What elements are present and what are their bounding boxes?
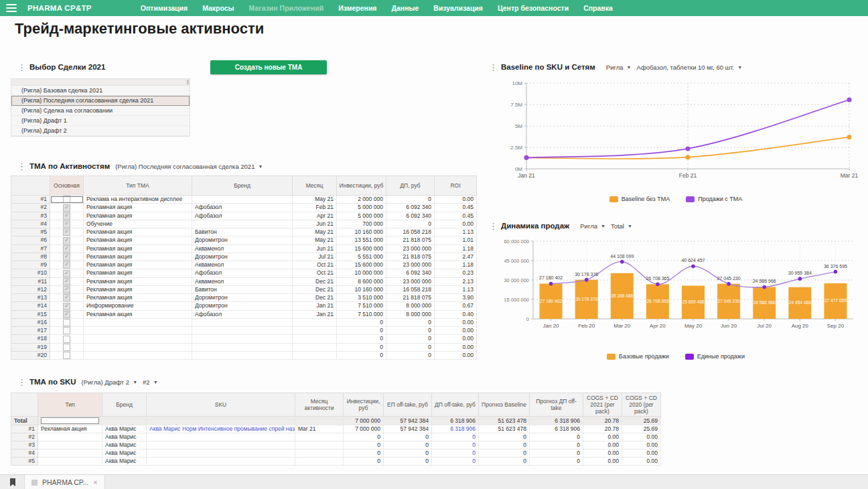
row-header[interactable]: #14 (11, 302, 50, 310)
kebab-menu-icon[interactable]: ⋮ (17, 162, 24, 171)
dp-cell[interactable]: 23 000 000 (386, 244, 435, 253)
menu-item[interactable]: Данные (384, 4, 427, 12)
checkbox-cell[interactable]: ✓ (50, 277, 84, 285)
invest-cell[interactable]: 7 510 000 (337, 310, 386, 318)
month-cell[interactable]: Jan 21 (293, 310, 337, 318)
roi-cell[interactable]: 1.13 (435, 228, 477, 236)
cogs-2021-cell[interactable]: 20.78 (583, 425, 622, 433)
roi-cell[interactable]: 0.00 (435, 343, 477, 351)
checkbox-cell[interactable] (50, 196, 84, 204)
ep-offtake-cell[interactable]: 0 (384, 458, 432, 466)
tma-type-cell[interactable]: Рекламная акция (84, 212, 192, 220)
dp-cell[interactable]: 8 000 000 (386, 310, 435, 318)
brand-cell[interactable] (192, 343, 293, 351)
month-cell[interactable] (293, 327, 337, 335)
row-header[interactable]: #19 (11, 343, 50, 351)
dp-forecast-cell[interactable]: 6 318 906 (530, 425, 583, 433)
row-checkbox[interactable]: ✓ (63, 245, 70, 253)
tma-type-cell[interactable]: Обучение (84, 220, 192, 228)
row-checkbox[interactable]: ✓ (63, 228, 70, 236)
brand-cell[interactable]: Доромитрон (192, 302, 293, 310)
row-checkbox[interactable]: ✓ (63, 311, 70, 318)
menu-item[interactable]: Измерения (331, 4, 384, 12)
cogs-2020-cell[interactable]: 25.69 (622, 425, 661, 433)
roi-cell[interactable]: 0.00 (435, 351, 477, 359)
month-cell[interactable]: Dec 21 (293, 294, 337, 302)
month-cell[interactable]: May 21 (293, 228, 337, 236)
row-checkbox[interactable]: ✓ (63, 303, 70, 310)
checkbox-cell[interactable] (50, 327, 84, 335)
row-checkbox[interactable]: ✓ (63, 237, 70, 244)
brand-cell[interactable]: Акваменол (192, 277, 293, 285)
row-header[interactable]: #2 (11, 204, 50, 212)
sku-name-cell[interactable] (147, 433, 295, 441)
row-header[interactable]: #4 (11, 220, 50, 228)
brand-cell[interactable]: Акваменол (192, 261, 293, 269)
baseline-forecast-cell[interactable]: 0 (479, 449, 530, 458)
roi-cell[interactable]: 1.18 (435, 261, 477, 269)
row-header[interactable]: #3 (11, 441, 38, 449)
month-cell[interactable] (295, 458, 344, 466)
month-cell[interactable] (293, 351, 337, 359)
row-header[interactable]: #16 (11, 318, 50, 326)
invest-cell[interactable]: 10 160 000 (337, 285, 386, 293)
checkbox-cell[interactable]: ✓ (50, 253, 84, 261)
row-header[interactable]: #20 (11, 351, 50, 359)
tma-type-cell[interactable]: Рекламная акция (84, 204, 192, 212)
month-cell[interactable]: Dec 21 (293, 277, 337, 285)
brand-cell[interactable] (192, 351, 293, 359)
sku-row-selector[interactable]: #2 ▼ (143, 378, 158, 386)
hamburger-icon[interactable] (6, 2, 17, 14)
dp-cell[interactable]: 0 (386, 335, 435, 343)
type-cell[interactable] (38, 458, 102, 466)
roi-cell[interactable]: 0.45 (435, 212, 477, 220)
row-header[interactable]: #1 (11, 196, 50, 204)
row-header[interactable]: #10 (11, 269, 50, 277)
cogs-2021-cell[interactable]: 20.78 (583, 417, 622, 425)
type-cell[interactable]: Рекламная акция (38, 425, 102, 433)
invest-cell[interactable]: 0 (337, 351, 386, 359)
deal-list-item[interactable]: (Ригла) Базовая сделка 2021 (11, 86, 190, 96)
row-checkbox[interactable]: ✓ (63, 278, 70, 285)
type-cell[interactable] (38, 417, 102, 425)
type-cell[interactable] (38, 441, 102, 449)
dp-cell[interactable]: 21 818 075 (386, 253, 435, 261)
dp-cell[interactable]: 0 (386, 318, 435, 326)
row-checkbox[interactable]: ✓ (63, 204, 70, 212)
brand-cell[interactable] (192, 196, 293, 204)
invest-cell[interactable]: 0 (344, 449, 384, 458)
brand-cell[interactable]: Аква Марис (102, 433, 147, 441)
row-checkbox[interactable] (63, 352, 70, 359)
invest-cell[interactable]: 5 551 000 (337, 253, 386, 261)
ep-offtake-cell[interactable]: 57 942 384 (384, 425, 432, 433)
roi-cell[interactable]: 0.67 (435, 302, 477, 310)
brand-cell[interactable]: Бавитон (192, 228, 293, 236)
invest-cell[interactable]: 2 000 000 (337, 196, 386, 204)
month-cell[interactable]: Jun 21 (293, 244, 337, 253)
dp-cell[interactable]: 21 818 075 (386, 236, 435, 244)
invest-cell[interactable]: 0 (337, 335, 386, 343)
row-checkbox[interactable]: ✓ (63, 212, 70, 220)
invest-cell[interactable]: 13 551 000 (337, 236, 386, 244)
kebab-menu-icon[interactable]: ⋮ (489, 63, 496, 72)
tma-type-cell[interactable]: Рекламная акция (84, 261, 192, 269)
roi-cell[interactable]: 0.45 (435, 204, 477, 212)
invest-cell[interactable]: 0 (344, 433, 384, 441)
brand-cell[interactable]: Бавитон (192, 285, 293, 293)
baseline-sku-selector[interactable]: Афобазол, таблетки 10 мг, 60 шт. ▼ (636, 64, 742, 71)
sku-name-cell[interactable] (147, 441, 295, 449)
bookmark-icon[interactable] (9, 478, 16, 487)
dp-cell[interactable]: 0 (386, 343, 435, 351)
invest-cell[interactable]: 0 (337, 318, 386, 326)
ep-offtake-cell[interactable]: 57 942 384 (384, 417, 432, 425)
invest-cell[interactable]: 5 000 000 (337, 204, 386, 212)
checkbox-cell[interactable] (50, 318, 84, 326)
tma-type-cell[interactable]: Рекламная акция (84, 244, 192, 253)
invest-cell[interactable]: 15 600 000 (337, 261, 386, 269)
row-header[interactable]: #8 (11, 253, 50, 261)
ep-offtake-cell[interactable]: 0 (384, 449, 432, 458)
brand-cell[interactable] (192, 335, 293, 343)
month-cell[interactable] (295, 449, 344, 458)
row-header[interactable]: #11 (11, 277, 50, 285)
deal-list-item[interactable]: (Ригла) Драфт 2 (11, 126, 190, 136)
